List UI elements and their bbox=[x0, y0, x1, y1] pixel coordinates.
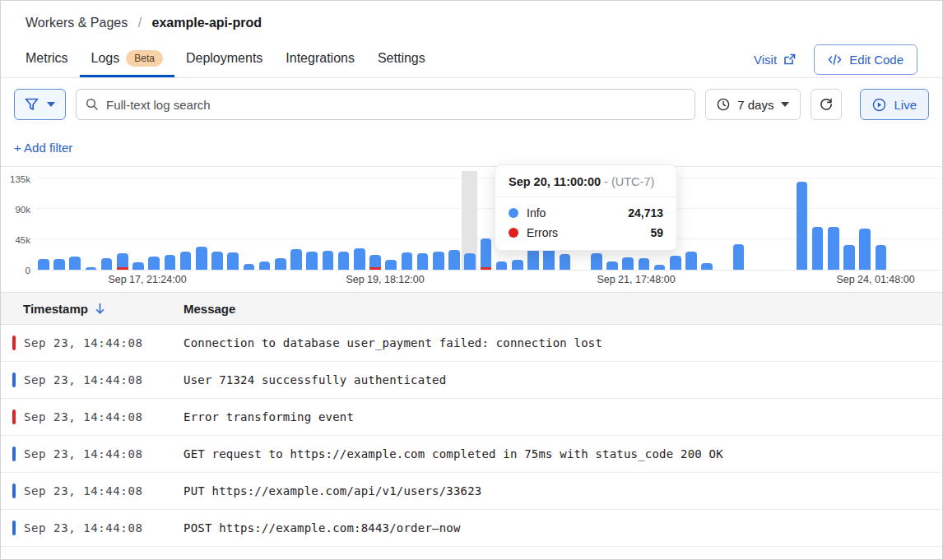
chart-bar[interactable] bbox=[38, 259, 49, 270]
chart-bar[interactable] bbox=[148, 257, 160, 270]
log-timestamp: Sep 23, 14:44:08 bbox=[24, 521, 183, 535]
chart-plot-area[interactable]: Sep 17, 21:24:00Sep 19, 18:12:00Sep 21, … bbox=[35, 176, 941, 271]
chart-bar[interactable] bbox=[622, 257, 634, 270]
tooltip-divider bbox=[495, 197, 676, 197]
tooltip-info-row: Info 24,713 bbox=[509, 206, 663, 220]
tooltip-timestamp: Sep 20, 11:00:00 - (UTC-7) bbox=[509, 175, 663, 188]
chart-bar[interactable] bbox=[606, 261, 618, 270]
chart-bar[interactable] bbox=[512, 260, 523, 270]
add-filter-button[interactable]: + Add filter bbox=[14, 141, 72, 155]
tab-metrics[interactable]: Metrics bbox=[14, 42, 80, 77]
gridline bbox=[35, 178, 941, 178]
workers-logs-page: Workers & Pages / example-api-prod Metri… bbox=[0, 0, 943, 560]
edit-code-button[interactable]: Edit Code bbox=[814, 44, 917, 75]
chart-bar[interactable] bbox=[338, 252, 350, 270]
info-level-indicator bbox=[12, 447, 16, 461]
y-axis-tick: 0 bbox=[26, 266, 30, 275]
log-message: Connection to database user_payment fail… bbox=[183, 336, 602, 349]
breadcrumb-workers-pages[interactable]: Workers & Pages bbox=[26, 16, 128, 30]
chart-bar[interactable] bbox=[812, 227, 824, 270]
log-timestamp: Sep 23, 14:44:08 bbox=[24, 336, 183, 349]
chart-bar[interactable] bbox=[527, 249, 539, 270]
table-row[interactable]: Sep 23, 14:44:08User 71324 successfully … bbox=[1, 362, 942, 399]
chart-bar[interactable] bbox=[481, 238, 492, 270]
filter-dropdown-button[interactable] bbox=[14, 89, 66, 120]
chart-bar[interactable] bbox=[101, 258, 113, 270]
chart-bar[interactable] bbox=[670, 256, 681, 270]
chart-bar[interactable] bbox=[385, 260, 397, 270]
info-level-indicator bbox=[12, 484, 16, 498]
chart-bar[interactable] bbox=[701, 263, 713, 270]
timestamp-column-header[interactable]: Timestamp bbox=[1, 302, 183, 316]
chart-bar[interactable] bbox=[180, 252, 192, 270]
chart-bar[interactable] bbox=[654, 265, 666, 270]
chart-bar[interactable] bbox=[69, 257, 81, 270]
chart-bar[interactable] bbox=[259, 261, 271, 270]
x-axis-tick: Sep 17, 21:24:00 bbox=[108, 274, 186, 285]
chart-bar[interactable] bbox=[685, 252, 697, 270]
chart-bar[interactable] bbox=[53, 259, 65, 270]
chart-bar[interactable] bbox=[275, 258, 286, 270]
chart-bar[interactable] bbox=[211, 252, 223, 270]
log-message: PUT https://example.com/api/v1/users/336… bbox=[183, 484, 481, 498]
x-axis-tick: Sep 19, 18:12:00 bbox=[346, 274, 424, 285]
chart-bar[interactable] bbox=[448, 250, 460, 270]
visit-link[interactable]: Visit bbox=[754, 53, 796, 67]
chart-bar[interactable] bbox=[244, 264, 255, 270]
chart-bar[interactable] bbox=[433, 252, 444, 270]
chart-bar[interactable] bbox=[165, 255, 176, 270]
chart-bar[interactable] bbox=[354, 248, 365, 270]
chart-tooltip: Sep 20, 11:00:00 - (UTC-7) Info 24,713 E… bbox=[495, 164, 677, 251]
table-row[interactable]: Sep 23, 14:44:08POST https://example.com… bbox=[1, 510, 942, 547]
info-count: 24,713 bbox=[628, 206, 663, 220]
chart-bar[interactable] bbox=[306, 252, 318, 270]
search-wrap bbox=[76, 89, 695, 120]
log-timestamp: Sep 23, 14:44:08 bbox=[24, 373, 183, 386]
error-level-indicator bbox=[12, 336, 16, 350]
table-row[interactable]: Sep 23, 14:44:08GET request to https://e… bbox=[1, 436, 942, 473]
message-column-header[interactable]: Message bbox=[183, 302, 942, 316]
time-range-value: 7 days bbox=[737, 98, 773, 112]
error-count: 59 bbox=[650, 226, 663, 239]
chart-bar[interactable] bbox=[876, 245, 887, 270]
chart-bar[interactable] bbox=[797, 182, 808, 270]
tab-logs[interactable]: Logs Beta bbox=[80, 42, 174, 77]
chart-bar[interactable] bbox=[323, 251, 334, 270]
sort-descending-icon[interactable] bbox=[95, 303, 105, 315]
chart-bar[interactable] bbox=[591, 253, 602, 271]
chart-bar[interactable] bbox=[132, 262, 144, 270]
log-table-header: Timestamp Message bbox=[1, 292, 942, 325]
time-range-dropdown[interactable]: 7 days bbox=[705, 89, 801, 120]
chart-bar[interactable] bbox=[227, 252, 239, 270]
chart-bar[interactable] bbox=[86, 267, 97, 270]
x-axis-tick: Sep 24, 01:48:00 bbox=[836, 274, 914, 285]
chart-bar[interactable] bbox=[402, 252, 413, 270]
code-icon bbox=[828, 54, 842, 65]
tooltip-errors-row: Errors 59 bbox=[509, 226, 663, 239]
chart-bar[interactable] bbox=[733, 244, 745, 270]
table-row[interactable]: Sep 23, 14:44:08Error transforming event bbox=[1, 399, 942, 436]
chart-bar[interactable] bbox=[290, 249, 302, 270]
chart-bar[interactable] bbox=[417, 253, 429, 271]
tab-settings[interactable]: Settings bbox=[366, 42, 437, 77]
chart-bar-error-segment bbox=[481, 267, 492, 270]
table-row[interactable]: Sep 23, 14:44:08Connection to database u… bbox=[1, 325, 942, 362]
log-search-input[interactable] bbox=[76, 89, 695, 120]
chart-bar[interactable] bbox=[464, 253, 476, 270]
chart-bar[interactable] bbox=[859, 229, 871, 270]
refresh-button[interactable] bbox=[811, 89, 842, 120]
log-volume-chart: 045k90k135k Sep 17, 21:24:00Sep 19, 18:1… bbox=[1, 167, 942, 292]
funnel-filter-icon bbox=[25, 98, 39, 111]
table-row[interactable]: Sep 23, 14:44:08PUT https://example.com/… bbox=[1, 473, 942, 510]
log-table-body: Sep 23, 14:44:08Connection to database u… bbox=[1, 325, 942, 547]
live-button[interactable]: Live bbox=[860, 89, 929, 120]
chart-bar[interactable] bbox=[828, 227, 839, 270]
tab-integrations[interactable]: Integrations bbox=[274, 42, 366, 77]
chart-bar[interactable] bbox=[843, 245, 855, 270]
chart-bar[interactable] bbox=[496, 261, 508, 270]
chart-bar[interactable] bbox=[196, 247, 207, 270]
chart-bar[interactable] bbox=[639, 258, 650, 270]
tab-deployments[interactable]: Deployments bbox=[174, 42, 274, 77]
chart-bar[interactable] bbox=[560, 254, 571, 270]
tab-bar: Metrics Logs Beta Deployments Integratio… bbox=[14, 42, 437, 77]
